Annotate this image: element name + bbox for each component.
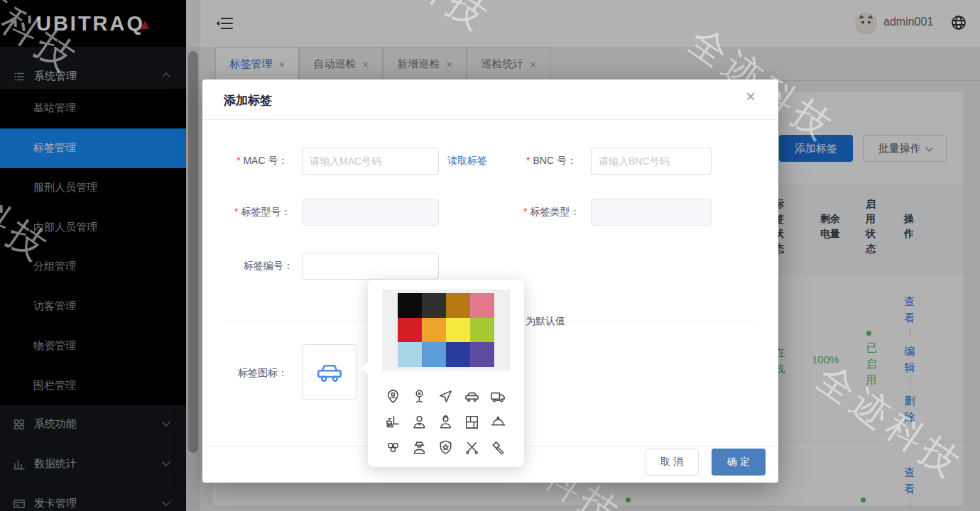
cancel-button[interactable]: 取 消 bbox=[645, 449, 699, 476]
color-swatch[interactable] bbox=[422, 342, 446, 367]
shelf-icon[interactable] bbox=[459, 409, 485, 434]
selected-tag-icon-box[interactable] bbox=[302, 344, 357, 400]
tag-model-label: *标签型号： bbox=[234, 206, 290, 219]
color-swatch[interactable] bbox=[470, 293, 494, 318]
tag-type-input[interactable] bbox=[591, 199, 712, 226]
tag-type-label: *标签类型： bbox=[523, 206, 579, 219]
camera-pin-icon[interactable] bbox=[406, 383, 432, 409]
bnc-label: *BNC 号： bbox=[526, 155, 577, 167]
tag-icon-label: 标签图标： bbox=[238, 367, 288, 380]
helmet-icon[interactable] bbox=[485, 409, 511, 434]
popup-arrow bbox=[361, 362, 368, 375]
color-swatch[interactable] bbox=[398, 318, 422, 343]
car-icon[interactable] bbox=[459, 383, 485, 409]
tag-code-label: 标签编号： bbox=[244, 260, 293, 273]
default-value-hint: 为默认值 bbox=[526, 315, 565, 328]
color-swatch[interactable] bbox=[422, 293, 446, 318]
color-swatch[interactable] bbox=[398, 293, 422, 318]
shield-star-icon[interactable] bbox=[432, 434, 459, 460]
required-mark: * bbox=[234, 206, 238, 217]
color-swatch[interactable] bbox=[398, 342, 422, 367]
dialog-title: 添加标签 bbox=[224, 92, 272, 109]
color-swatch[interactable] bbox=[470, 318, 494, 343]
forklift-icon[interactable] bbox=[380, 409, 406, 434]
hammer-icon[interactable] bbox=[485, 434, 511, 460]
bnc-input[interactable] bbox=[591, 148, 712, 175]
truck-icon[interactable] bbox=[485, 383, 511, 409]
woman-icon[interactable] bbox=[432, 409, 459, 434]
color-swatch[interactable] bbox=[446, 318, 470, 343]
required-mark: * bbox=[526, 155, 530, 166]
person-pin-icon[interactable] bbox=[380, 383, 406, 409]
field-label: BNC 号： bbox=[533, 155, 576, 166]
color-panel bbox=[382, 290, 510, 370]
tag-model-input[interactable] bbox=[302, 199, 439, 226]
mac-label: *MAC 号： bbox=[236, 155, 288, 167]
field-label: 标签型号： bbox=[241, 206, 290, 217]
mac-input[interactable] bbox=[302, 148, 439, 175]
color-swatch[interactable] bbox=[422, 318, 446, 343]
field-label: 标签类型： bbox=[530, 206, 579, 217]
navigation-icon[interactable] bbox=[432, 383, 459, 409]
app-window: UBITRAQ 系统管理 基站管理 标签管理 服刑人员管理 内部人员管理 分组管… bbox=[0, 0, 980, 511]
car-icon bbox=[315, 357, 344, 387]
required-mark: * bbox=[523, 206, 527, 217]
officer-icon[interactable] bbox=[406, 434, 432, 460]
field-label: MAC 号： bbox=[243, 155, 288, 166]
scissors-icon[interactable] bbox=[459, 434, 485, 460]
read-tag-link[interactable]: 读取标签 bbox=[447, 155, 487, 167]
color-swatch[interactable] bbox=[446, 293, 470, 318]
mask-icon[interactable] bbox=[380, 434, 406, 460]
color-swatch[interactable] bbox=[446, 342, 470, 367]
color-swatch[interactable] bbox=[470, 342, 494, 367]
tag-code-input[interactable] bbox=[302, 253, 439, 280]
man-icon[interactable] bbox=[406, 409, 432, 434]
icon-grid bbox=[380, 383, 512, 460]
icon-color-picker-popup bbox=[368, 280, 524, 467]
dialog-header-divider bbox=[202, 119, 778, 120]
required-mark: * bbox=[236, 155, 240, 166]
close-icon[interactable]: × bbox=[746, 88, 756, 105]
confirm-button[interactable]: 确 定 bbox=[712, 449, 766, 476]
color-swatch-grid bbox=[398, 293, 494, 367]
